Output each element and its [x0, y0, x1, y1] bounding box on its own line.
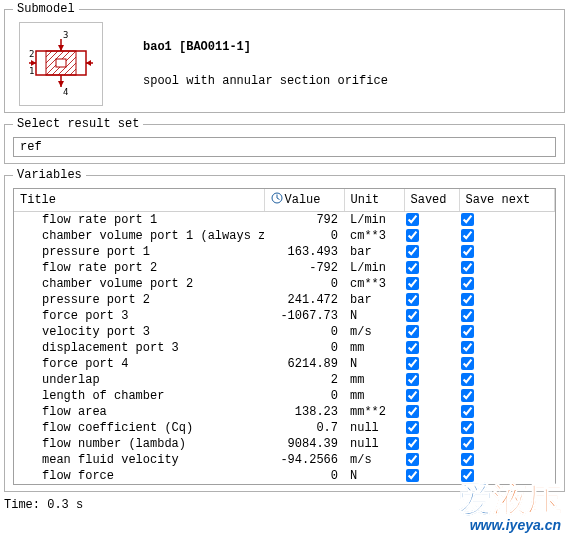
resultset-select[interactable]: ref [13, 137, 556, 157]
col-header-savenext[interactable]: Save next [459, 189, 555, 212]
var-unit: L/min [344, 260, 404, 276]
table-row[interactable]: velocity port 30m/s [14, 324, 555, 340]
savenext-checkbox[interactable] [461, 453, 474, 466]
var-value: -1067.73 [264, 308, 344, 324]
var-title: force port 4 [14, 356, 264, 372]
var-title: pressure port 2 [14, 292, 264, 308]
var-title: displacement port 3 [14, 340, 264, 356]
savenext-checkbox[interactable] [461, 437, 474, 450]
col-header-title[interactable]: Title [14, 189, 264, 212]
savenext-checkbox[interactable] [461, 421, 474, 434]
saved-checkbox[interactable] [406, 421, 419, 434]
savenext-checkbox[interactable] [461, 469, 474, 482]
var-title: mean fluid velocity [14, 452, 264, 468]
saved-checkbox[interactable] [406, 389, 419, 402]
savenext-checkbox[interactable] [461, 405, 474, 418]
table-row[interactable]: flow number (lambda)9084.39null [14, 436, 555, 452]
table-row[interactable]: flow area138.23mm**2 [14, 404, 555, 420]
var-value: 0 [264, 228, 344, 244]
var-value: 241.472 [264, 292, 344, 308]
var-value: 138.23 [264, 404, 344, 420]
col-header-saved[interactable]: Saved [404, 189, 459, 212]
table-row[interactable]: flow rate port 1792L/min [14, 212, 555, 229]
savenext-checkbox[interactable] [461, 309, 474, 322]
var-value: 0 [264, 276, 344, 292]
var-value: -792 [264, 260, 344, 276]
table-row[interactable]: chamber volume port 20cm**3 [14, 276, 555, 292]
var-title: chamber volume port 1 (always zero) [14, 228, 264, 244]
var-title: length of chamber [14, 388, 264, 404]
table-row[interactable]: displacement port 30mm [14, 340, 555, 356]
saved-checkbox[interactable] [406, 341, 419, 354]
var-unit: m/s [344, 452, 404, 468]
col-header-value[interactable]: Value [264, 189, 344, 212]
table-row[interactable]: chamber volume port 1 (always zero)0cm**… [14, 228, 555, 244]
col-header-unit[interactable]: Unit [344, 189, 404, 212]
var-value: 163.493 [264, 244, 344, 260]
var-unit: null [344, 436, 404, 452]
savenext-checkbox[interactable] [461, 245, 474, 258]
table-row[interactable]: mean fluid velocity-94.2566m/s [14, 452, 555, 468]
var-unit: N [344, 468, 404, 484]
saved-checkbox[interactable] [406, 309, 419, 322]
var-title: velocity port 3 [14, 324, 264, 340]
table-row[interactable]: pressure port 1163.493bar [14, 244, 555, 260]
time-label: Time: 0.3 s [4, 498, 565, 512]
saved-checkbox[interactable] [406, 453, 419, 466]
var-title: force port 3 [14, 308, 264, 324]
table-row[interactable]: pressure port 2241.472bar [14, 292, 555, 308]
table-row[interactable]: underlap2mm [14, 372, 555, 388]
table-row[interactable]: length of chamber0mm [14, 388, 555, 404]
saved-checkbox[interactable] [406, 373, 419, 386]
svg-rect-2 [56, 59, 66, 67]
submodel-description: spool with annular section orifice [143, 74, 388, 88]
var-unit: bar [344, 244, 404, 260]
savenext-checkbox[interactable] [461, 277, 474, 290]
saved-checkbox[interactable] [406, 277, 419, 290]
table-row[interactable]: force port 46214.89N [14, 356, 555, 372]
var-unit: N [344, 308, 404, 324]
var-value: 0.7 [264, 420, 344, 436]
saved-checkbox[interactable] [406, 437, 419, 450]
saved-checkbox[interactable] [406, 229, 419, 242]
clock-icon [271, 192, 283, 208]
svg-text:2: 2 [29, 49, 34, 59]
table-row[interactable]: flow coefficient (Cq)0.7null [14, 420, 555, 436]
table-row[interactable]: flow rate port 2-792L/min [14, 260, 555, 276]
submodel-icon: 3 2 1 4 [19, 22, 103, 106]
saved-checkbox[interactable] [406, 357, 419, 370]
savenext-checkbox[interactable] [461, 293, 474, 306]
svg-line-17 [277, 198, 280, 200]
var-value: 9084.39 [264, 436, 344, 452]
savenext-checkbox[interactable] [461, 389, 474, 402]
var-value: 0 [264, 388, 344, 404]
var-value: 0 [264, 468, 344, 484]
var-unit: mm [344, 372, 404, 388]
savenext-checkbox[interactable] [461, 213, 474, 226]
resultset-legend: Select result set [13, 117, 143, 131]
var-unit: cm**3 [344, 276, 404, 292]
savenext-checkbox[interactable] [461, 229, 474, 242]
resultset-fieldset: Select result set ref [4, 117, 565, 164]
table-row[interactable]: flow force0N [14, 468, 555, 484]
submodel-legend: Submodel [13, 2, 79, 16]
saved-checkbox[interactable] [406, 405, 419, 418]
saved-checkbox[interactable] [406, 293, 419, 306]
savenext-checkbox[interactable] [461, 261, 474, 274]
saved-checkbox[interactable] [406, 261, 419, 274]
savenext-checkbox[interactable] [461, 341, 474, 354]
savenext-checkbox[interactable] [461, 373, 474, 386]
var-title: flow coefficient (Cq) [14, 420, 264, 436]
saved-checkbox[interactable] [406, 469, 419, 482]
savenext-checkbox[interactable] [461, 357, 474, 370]
savenext-checkbox[interactable] [461, 325, 474, 338]
saved-checkbox[interactable] [406, 325, 419, 338]
table-row[interactable]: force port 3-1067.73N [14, 308, 555, 324]
var-title: flow force [14, 468, 264, 484]
var-title: flow area [14, 404, 264, 420]
saved-checkbox[interactable] [406, 213, 419, 226]
saved-checkbox[interactable] [406, 245, 419, 258]
var-unit: mm**2 [344, 404, 404, 420]
var-unit: bar [344, 292, 404, 308]
var-unit: N [344, 356, 404, 372]
